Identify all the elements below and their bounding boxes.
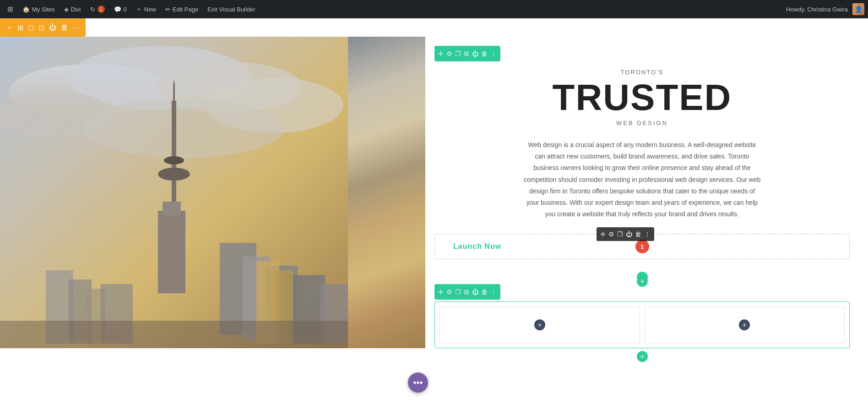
gs-toolbar-move[interactable]: ✛ bbox=[438, 288, 444, 296]
right-column: ✛ ⚙ ❐ ⊞ ⏻ 🗑 ⋮ TORONTO'S TRUSTED WEB DESI… bbox=[425, 37, 868, 411]
btn-toolbar-trash[interactable]: 🗑 bbox=[635, 230, 641, 238]
launch-btn-label: Launch Now bbox=[453, 242, 501, 250]
divi-toolbar: ＋ ⊞ ◻ ⊡ ⏻ 🗑 ⋯ bbox=[0, 18, 86, 37]
sites-icon: 🏠 bbox=[22, 6, 30, 13]
toolbar-more-icon[interactable]: ⋮ bbox=[490, 50, 497, 57]
gs-toolbar-trash[interactable]: 🗑 bbox=[481, 288, 488, 296]
divi-tool-layout[interactable]: ⊞ bbox=[17, 23, 23, 32]
notification-badge: 1 bbox=[635, 240, 649, 253]
body-text: Web design is a crucial aspect of any mo… bbox=[523, 139, 761, 220]
howdy-text: Howdy, Christina Gwira bbox=[786, 6, 851, 13]
divi-tool-trash[interactable]: 🗑 bbox=[61, 23, 68, 32]
svg-rect-7 bbox=[158, 211, 185, 293]
gs-toolbar-layout[interactable]: ⊞ bbox=[464, 288, 469, 296]
btn-toolbar-power[interactable]: ⏻ bbox=[626, 230, 632, 238]
subtitle-bottom-text: WEB DESIGN bbox=[616, 120, 668, 126]
divi-tool-power[interactable]: ⏻ bbox=[49, 23, 56, 32]
green-section-toolbar: ✛ ⚙ ❐ ⊞ ⏻ 🗑 ⋮ bbox=[434, 284, 500, 300]
btn-toolbar-more[interactable]: ⋮ bbox=[644, 230, 651, 238]
my-sites-label: My Sites bbox=[32, 6, 55, 13]
svg-rect-27 bbox=[0, 321, 348, 348]
user-avatar[interactable]: 👤 bbox=[852, 3, 864, 15]
button-module-toolbar: ✛ ⚙ ❐ ⏻ 🗑 ⋮ bbox=[597, 227, 654, 241]
toolbar-power-icon[interactable]: ⏻ bbox=[472, 50, 478, 57]
divi-tool-responsive[interactable]: ⊡ bbox=[38, 23, 44, 32]
divi-tool-add[interactable]: ＋ bbox=[5, 23, 13, 33]
edit-page-label: Edit Page bbox=[173, 6, 198, 13]
svg-rect-15 bbox=[174, 80, 174, 86]
admin-bar-right: Howdy, Christina Gwira 👤 bbox=[786, 3, 864, 15]
module-toolbar-top: ✛ ⚙ ❐ ⊞ ⏻ 🗑 ⋮ bbox=[434, 46, 500, 61]
exit-visual-builder-link[interactable]: Exit Visual Builder bbox=[204, 0, 259, 18]
svg-rect-11 bbox=[165, 170, 183, 179]
updates-item[interactable]: ↻ 1 bbox=[87, 0, 108, 18]
bottom-add-row: ＋ bbox=[434, 351, 850, 362]
green-section: ＋ ＋ bbox=[434, 301, 850, 348]
svg-point-6 bbox=[82, 99, 284, 158]
subtitle-bottom: WEB DESIGN bbox=[434, 120, 850, 126]
toolbar-settings-icon[interactable]: ⚙ bbox=[446, 50, 452, 57]
gs-toolbar-power[interactable]: ⏻ bbox=[472, 288, 478, 296]
main-title: TRUSTED bbox=[434, 79, 850, 116]
toolbar-layout-icon[interactable]: ⊞ bbox=[464, 50, 469, 57]
divi-icon: ◈ bbox=[64, 6, 69, 13]
comments-count: 0 bbox=[124, 6, 127, 13]
divi-label: Divi bbox=[71, 6, 81, 13]
svg-rect-14 bbox=[173, 82, 175, 149]
new-icon: ＋ bbox=[136, 5, 142, 13]
btn-toolbar-move[interactable]: ✛ bbox=[600, 230, 606, 238]
edit-icon: ✏ bbox=[165, 6, 170, 13]
connector-row-1: ＋ ＋ bbox=[434, 270, 850, 284]
toolbar-copy-icon[interactable]: ❐ bbox=[455, 50, 461, 57]
toolbar-move-icon[interactable]: ✛ bbox=[438, 50, 444, 57]
button-second-area bbox=[520, 234, 849, 259]
add-col-right-button[interactable]: ＋ bbox=[739, 319, 750, 330]
divi-menu[interactable]: ◈ Divi bbox=[60, 0, 85, 18]
edit-page-link[interactable]: ✏ Edit Page bbox=[162, 0, 202, 18]
toolbar-trash-icon[interactable]: 🗑 bbox=[481, 50, 488, 57]
divi-tool-wireframe[interactable]: ◻ bbox=[28, 23, 34, 32]
main-title-text: TRUSTED bbox=[553, 77, 732, 118]
toronto-image bbox=[0, 37, 425, 348]
comments-icon: 💬 bbox=[114, 6, 121, 13]
btn-toolbar-settings[interactable]: ⚙ bbox=[608, 230, 614, 238]
dots-icon: ••• bbox=[413, 378, 423, 388]
green-col-right: ＋ bbox=[645, 307, 845, 343]
badge-count: 1 bbox=[640, 243, 644, 250]
admin-bar: ⊞ 🏠 My Sites ◈ Divi ↻ 1 💬 0 ＋ New ✏ Edit… bbox=[0, 0, 868, 18]
svg-rect-13 bbox=[168, 157, 179, 162]
my-sites-menu[interactable]: 🏠 My Sites bbox=[19, 0, 59, 18]
left-column bbox=[0, 37, 425, 411]
floating-dots-button[interactable]: ••• bbox=[408, 373, 428, 393]
subtitle-top-text: TORONTO'S bbox=[621, 69, 664, 76]
gs-toolbar-more[interactable]: ⋮ bbox=[490, 288, 497, 296]
wordpress-icon: ⊞ bbox=[7, 5, 13, 13]
add-bottom-button[interactable]: ＋ bbox=[637, 351, 648, 362]
updates-badge: 1 bbox=[98, 5, 105, 13]
divi-tool-more[interactable]: ⋯ bbox=[73, 23, 80, 32]
green-section-wrapper: ✛ ⚙ ❐ ⊞ ⏻ 🗑 ⋮ ＋ ＋ ＋ bbox=[434, 284, 850, 362]
add-col-left-button[interactable]: ＋ bbox=[534, 319, 545, 330]
cityscape-svg bbox=[0, 37, 348, 348]
svg-rect-8 bbox=[163, 202, 181, 215]
gs-toolbar-settings[interactable]: ⚙ bbox=[446, 288, 452, 296]
btn-toolbar-copy[interactable]: ❐ bbox=[617, 230, 623, 238]
gs-toolbar-copy[interactable]: ❐ bbox=[455, 288, 461, 296]
new-label: New bbox=[144, 6, 156, 13]
wp-logo[interactable]: ⊞ bbox=[4, 0, 17, 18]
new-menu[interactable]: ＋ New bbox=[132, 0, 160, 18]
subtitle-top: TORONTO'S bbox=[434, 69, 850, 76]
green-col-left: ＋ bbox=[439, 307, 640, 343]
updates-icon: ↻ bbox=[90, 6, 95, 13]
launch-now-button[interactable]: Launch Now bbox=[435, 234, 520, 259]
comments-item[interactable]: 💬 0 bbox=[110, 0, 130, 18]
body-text-content: Web design is a crucial aspect of any mo… bbox=[524, 141, 761, 218]
exit-vb-label: Exit Visual Builder bbox=[207, 6, 255, 13]
main-content: ✛ ⚙ ❐ ⊞ ⏻ 🗑 ⋮ TORONTO'S TRUSTED WEB DESI… bbox=[0, 37, 868, 411]
button-row: Launch Now 1 ✛ ⚙ ❐ ⏻ 🗑 ⋮ bbox=[434, 234, 850, 259]
